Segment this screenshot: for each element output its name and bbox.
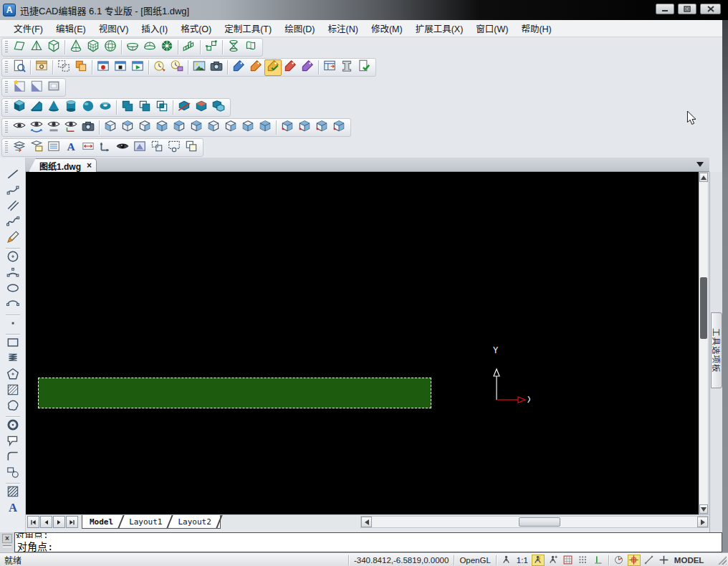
menu-3[interactable]: 视图(V) (92, 19, 135, 37)
command-close-icon[interactable]: × (2, 534, 12, 543)
last-tab-icon[interactable] (66, 516, 78, 528)
surface-pyramid-button[interactable] (28, 39, 45, 56)
surface-dish-button[interactable] (124, 39, 141, 56)
selected-rectangle-entity[interactable] (38, 378, 431, 408)
vertical-scrollbar[interactable] (699, 172, 709, 514)
tab-layout1[interactable]: Layout1 (122, 515, 169, 528)
surface-sphere-button[interactable] (102, 39, 119, 56)
leader-tool[interactable] (4, 434, 22, 450)
solid-cone-button[interactable] (45, 100, 62, 116)
revolved-surface-button[interactable] (225, 39, 242, 56)
tab-layout2[interactable]: Layout2 (171, 515, 218, 528)
tag-info-button[interactable] (299, 59, 316, 76)
time-transport-button[interactable] (168, 59, 186, 76)
dim-style-button[interactable] (80, 140, 97, 156)
first-tab-icon[interactable] (27, 516, 39, 528)
column-button[interactable] (338, 59, 355, 76)
ellipse-arc-tool[interactable] (4, 297, 22, 313)
scroll-down-icon[interactable] (699, 504, 708, 514)
model-space-toggle[interactable]: MODEL (673, 556, 706, 565)
view-bottom-button[interactable] (153, 120, 171, 136)
tag-blue-button[interactable] (230, 59, 247, 76)
toolbar-grip[interactable] (5, 41, 8, 54)
interference-check-button[interactable] (210, 100, 227, 116)
osnap-icon[interactable] (628, 555, 641, 566)
next-tab-icon[interactable] (53, 516, 65, 528)
text-tool[interactable]: A (4, 501, 22, 517)
rectangle-tool[interactable] (4, 336, 22, 352)
toolbar-grip[interactable] (5, 61, 8, 74)
menu-5[interactable]: 格式(O) (174, 19, 218, 37)
menu-6[interactable]: 定制工具(T) (218, 19, 278, 37)
group-button[interactable] (55, 59, 72, 76)
print-preview-button[interactable] (11, 59, 28, 76)
tag-approve-button[interactable] (264, 59, 282, 76)
image-adjust-button[interactable] (11, 80, 28, 96)
view-boundary-button[interactable] (166, 140, 183, 156)
subtract-button[interactable] (136, 100, 153, 116)
menu-8[interactable]: 标注(N) (322, 19, 365, 37)
record-macro-button[interactable] (95, 59, 112, 76)
view-sw-iso-button[interactable] (205, 120, 222, 136)
layer-manager-button[interactable] (45, 140, 62, 156)
time-edit-button[interactable] (151, 59, 168, 76)
spline-tool[interactable] (4, 215, 22, 231)
screenshot-button[interactable] (208, 59, 225, 76)
viewport-button[interactable] (131, 140, 148, 156)
surface-cone-button[interactable] (67, 39, 85, 56)
close-button[interactable] (700, 4, 721, 14)
polar-tracking-icon[interactable] (613, 555, 626, 566)
polyline-tool[interactable] (4, 183, 22, 199)
group-boundary-button[interactable] (148, 140, 166, 156)
surface-2d-solid-button[interactable] (11, 39, 28, 56)
play-macro-button[interactable] (129, 59, 146, 76)
menu-2[interactable]: 编辑(E) (49, 19, 92, 37)
ungroup-button[interactable] (72, 59, 90, 76)
block-shapes-tool[interactable] (4, 466, 22, 481)
surface-box-button[interactable] (45, 39, 62, 56)
tab-model[interactable]: Model (82, 515, 120, 528)
scroll-left-icon[interactable] (361, 517, 372, 527)
pan-view-button[interactable] (45, 120, 62, 136)
polygon-tool[interactable] (4, 368, 22, 383)
circle-tool[interactable] (4, 250, 22, 266)
menu-10[interactable]: 扩展工具(X) (409, 19, 470, 37)
named-view-button[interactable] (114, 140, 131, 156)
annotation-autoscale-icon[interactable] (547, 555, 560, 566)
view-right-button[interactable] (136, 120, 153, 136)
resize-grip[interactable] (718, 556, 727, 565)
hide-objects-button[interactable] (11, 120, 28, 136)
multiline-tool[interactable] (4, 352, 22, 368)
options-button[interactable] (33, 59, 50, 76)
menu-7[interactable]: 绘图(D) (278, 19, 321, 37)
surface-mesh-box-button[interactable] (85, 39, 102, 56)
solid-sphere-button[interactable] (80, 100, 97, 116)
solid-edit-button[interactable] (193, 100, 210, 116)
menu-1[interactable]: 文件(F) (7, 19, 49, 37)
annotation-scale-value[interactable]: 1:1 (515, 556, 530, 565)
command-window[interactable]: 对角点: 对角点: (14, 532, 722, 552)
copy-nested-button[interactable] (183, 140, 200, 156)
command-drag-handle[interactable] (3, 545, 11, 547)
drawing-canvas[interactable]: Y X (26, 172, 699, 514)
annotation-visibility-icon[interactable] (532, 555, 545, 566)
tag-orange-button[interactable] (247, 59, 264, 76)
tab-list-dropdown-icon[interactable] (696, 162, 704, 167)
view-front-button[interactable] (171, 120, 188, 136)
ucs-manager-button[interactable] (97, 140, 114, 156)
horizontal-scrollbar[interactable] (360, 516, 709, 528)
union-button[interactable] (119, 100, 136, 116)
arc-tool[interactable] (4, 266, 22, 282)
verify-document-button[interactable] (355, 59, 373, 76)
ruled-surface-button[interactable] (242, 39, 259, 56)
layer-merge-button[interactable] (28, 140, 45, 156)
surface-torus-button[interactable] (158, 39, 176, 56)
boundary-hatch-tool[interactable] (4, 383, 22, 399)
solid-box-button[interactable] (11, 100, 28, 116)
solid-torus-button[interactable] (97, 100, 114, 116)
snap-icon[interactable] (562, 555, 575, 566)
view-left-button[interactable] (102, 120, 119, 136)
rotate-view-right-button[interactable] (296, 120, 313, 136)
tool-palette-tab[interactable]: 工具选项板 (711, 312, 722, 388)
rotate-view-left-button[interactable] (279, 120, 296, 136)
